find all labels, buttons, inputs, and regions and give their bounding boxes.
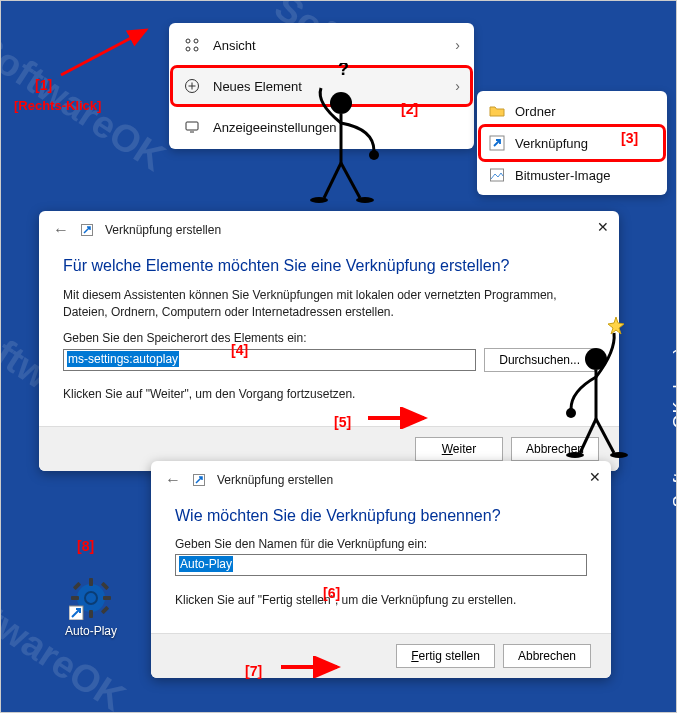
shortcut-icon	[489, 135, 505, 151]
svg-rect-37	[73, 582, 81, 590]
dialog-heading: Für welche Elemente möchten Sie eine Ver…	[63, 257, 595, 275]
anno-1: [1]	[35, 77, 52, 93]
svg-point-20	[310, 197, 328, 203]
location-label: Geben Sie den Speicherort des Elements e…	[63, 331, 595, 345]
svg-line-0	[61, 30, 146, 75]
svg-rect-35	[71, 596, 79, 600]
next-button[interactable]: Weiter	[415, 437, 503, 461]
svg-rect-10	[186, 122, 198, 130]
submenu-item-label: Verknüpfung	[515, 136, 588, 151]
plus-icon	[183, 77, 201, 95]
dialog-footer: Fertig stellen Abbrechen	[151, 633, 611, 678]
dialog-title: Verknüpfung erstellen	[105, 223, 221, 237]
create-shortcut-dialog-location: ✕ ← Verknüpfung erstellen Für welche Ele…	[39, 211, 619, 471]
source-label: www.SoftwareOK.de :-)	[670, 346, 677, 554]
dialog-titlebar: ← Verknüpfung erstellen	[151, 461, 611, 493]
dialog-titlebar: ← Verknüpfung erstellen	[39, 211, 619, 243]
menu-item-label: Anzeigeeinstellungen	[213, 120, 337, 135]
shortcut-small-icon	[81, 224, 93, 236]
chevron-right-icon: ›	[455, 37, 460, 53]
desktop-icon-label: Auto-Play	[61, 624, 121, 638]
menu-item-view[interactable]: Ansicht ›	[173, 27, 470, 63]
context-menu: Ansicht › Neues Element › Anzeigeeinstel…	[169, 23, 474, 149]
name-input[interactable]: Auto-Play	[175, 554, 587, 576]
dialog-desc: Mit diesem Assistenten können Sie Verknü…	[63, 287, 595, 321]
close-button[interactable]: ✕	[597, 219, 609, 235]
svg-rect-13	[491, 169, 504, 181]
submenu-item-folder[interactable]: Ordner	[481, 95, 663, 127]
menu-item-label: Ansicht	[213, 38, 256, 53]
anno-8: [8]	[77, 538, 94, 554]
back-button[interactable]: ←	[165, 471, 181, 489]
svg-point-4	[194, 39, 198, 43]
create-shortcut-dialog-name: ✕ ← Verknüpfung erstellen Wie möchten Si…	[151, 461, 611, 678]
context-submenu-new: Ordner Verknüpfung Bitmuster-Image	[477, 91, 667, 195]
svg-point-3	[186, 39, 190, 43]
svg-rect-36	[103, 596, 111, 600]
menu-item-new[interactable]: Neues Element ›	[173, 68, 470, 104]
svg-point-6	[194, 47, 198, 51]
separator	[177, 65, 466, 66]
submenu-item-shortcut[interactable]: Verknüpfung	[481, 127, 663, 159]
shortcut-small-icon	[193, 474, 205, 486]
settings-gear-icon	[69, 576, 113, 620]
back-button[interactable]: ←	[53, 221, 69, 239]
name-label: Geben Sie den Namen für die Verknüpfung …	[175, 537, 587, 551]
svg-rect-33	[89, 578, 93, 586]
submenu-item-label: Bitmuster-Image	[515, 168, 610, 183]
dialog-hint: Klicken Sie auf "Weiter", um den Vorgang…	[63, 386, 595, 403]
folder-icon	[489, 103, 505, 119]
arrow-1	[51, 25, 161, 85]
dialog-heading: Wie möchten Sie die Verknüpfung benennen…	[175, 507, 587, 525]
image-icon	[489, 167, 505, 183]
svg-rect-39	[101, 582, 109, 590]
submenu-item-bitmap[interactable]: Bitmuster-Image	[481, 159, 663, 191]
submenu-item-label: Ordner	[515, 104, 555, 119]
svg-line-18	[324, 163, 341, 198]
cancel-button[interactable]: Abbrechen	[511, 437, 599, 461]
chevron-right-icon: ›	[455, 78, 460, 94]
svg-rect-38	[101, 606, 109, 614]
svg-point-17	[369, 150, 379, 160]
close-button[interactable]: ✕	[589, 469, 601, 485]
svg-point-5	[186, 47, 190, 51]
svg-rect-34	[89, 610, 93, 618]
dialog-title: Verknüpfung erstellen	[217, 473, 333, 487]
location-input[interactable]: ms-settings:autoplay	[63, 349, 476, 371]
desktop-shortcut-autoplay[interactable]: Auto-Play	[61, 576, 121, 638]
svg-point-32	[85, 592, 97, 604]
dialog-hint: Klicken Sie auf "Fertig stellen", um die…	[175, 592, 587, 609]
menu-item-label: Neues Element	[213, 79, 302, 94]
anno-1b: [Rechts-Klick]	[14, 98, 101, 113]
display-settings-icon	[183, 118, 201, 136]
finish-button[interactable]: Fertig stellen	[396, 644, 495, 668]
browse-button[interactable]: Durchsuchen...	[484, 348, 595, 372]
svg-line-19	[341, 163, 360, 198]
svg-point-21	[356, 197, 374, 203]
menu-item-display[interactable]: Anzeigeeinstellungen	[173, 109, 470, 145]
cancel-button[interactable]: Abbrechen	[503, 644, 591, 668]
separator	[177, 106, 466, 107]
view-icon	[183, 36, 201, 54]
